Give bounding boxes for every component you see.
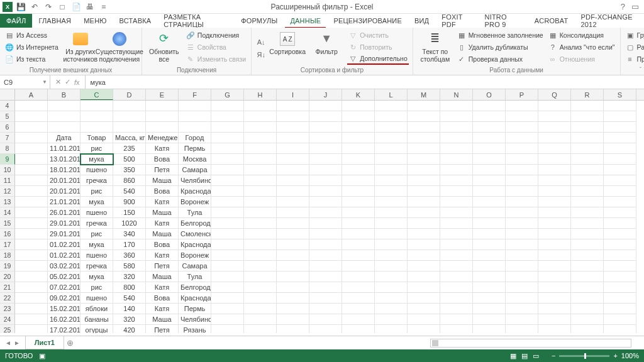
sheet-nav-prev[interactable]: ◄	[5, 339, 11, 346]
cell[interactable]	[571, 261, 604, 272]
cell[interactable]	[277, 165, 309, 175]
cell[interactable]	[15, 165, 48, 175]
cell[interactable]	[309, 250, 342, 261]
cell[interactable]	[604, 165, 636, 175]
cell[interactable]	[48, 122, 80, 133]
cell[interactable]	[244, 314, 277, 325]
cell[interactable]	[277, 229, 309, 239]
cell[interactable]	[211, 175, 244, 186]
cell[interactable]	[309, 325, 342, 333]
cell[interactable]	[309, 122, 342, 133]
cell[interactable]	[244, 186, 277, 197]
cell[interactable]: 07.02.2015	[48, 282, 80, 293]
cell[interactable]	[15, 314, 48, 325]
cell[interactable]	[146, 122, 179, 133]
cell[interactable]	[473, 239, 506, 250]
cell[interactable]: 900	[113, 197, 146, 207]
cell[interactable]	[244, 207, 277, 218]
cell[interactable]: мука	[80, 197, 113, 207]
cell[interactable]	[375, 175, 408, 186]
cell[interactable]	[375, 197, 408, 207]
cell[interactable]	[342, 239, 375, 250]
cell[interactable]	[15, 122, 48, 133]
cell[interactable]	[440, 133, 473, 143]
cell[interactable]	[473, 165, 506, 175]
cell[interactable]	[211, 122, 244, 133]
cell[interactable]	[571, 314, 604, 325]
cell[interactable]	[538, 325, 571, 333]
tab-review[interactable]: РЕЦЕНЗИРОВАНИЕ	[327, 14, 408, 28]
cell[interactable]	[408, 154, 440, 165]
cell[interactable]: Маша	[146, 314, 179, 325]
cell[interactable]	[571, 293, 604, 304]
cell[interactable]	[408, 122, 440, 133]
cell[interactable]	[309, 154, 342, 165]
cell[interactable]: бананы	[80, 314, 113, 325]
cell[interactable]	[440, 143, 473, 154]
enter-icon[interactable]: ✓	[65, 78, 70, 86]
cell[interactable]	[506, 304, 538, 314]
cell[interactable]	[604, 261, 636, 272]
cell[interactable]	[408, 197, 440, 207]
cell[interactable]	[473, 250, 506, 261]
cell[interactable]	[309, 207, 342, 218]
cell[interactable]	[604, 325, 636, 333]
row-header[interactable]: 17	[0, 239, 15, 250]
cell[interactable]	[506, 133, 538, 143]
page-layout-view-icon[interactable]: ▤	[521, 352, 528, 360]
tab-menu[interactable]: Меню	[77, 14, 113, 28]
cell[interactable]	[506, 272, 538, 282]
cell[interactable]: Маша	[146, 207, 179, 218]
cell[interactable]	[473, 186, 506, 197]
cell[interactable]: пшено	[80, 293, 113, 304]
cell[interactable]	[440, 250, 473, 261]
cell[interactable]	[15, 218, 48, 229]
cell[interactable]	[571, 325, 604, 333]
cell[interactable]	[408, 239, 440, 250]
cell[interactable]	[375, 282, 408, 293]
row-header[interactable]: 12	[0, 186, 15, 197]
cell[interactable]: Катя	[146, 143, 179, 154]
cell[interactable]: Петя	[146, 325, 179, 333]
cell[interactable]	[440, 229, 473, 239]
cell[interactable]	[604, 272, 636, 282]
cell[interactable]	[538, 154, 571, 165]
cell[interactable]	[211, 293, 244, 304]
cell[interactable]: Краснодар	[179, 293, 211, 304]
cell[interactable]	[538, 122, 571, 133]
cell[interactable]: 15.02.2015	[48, 304, 80, 314]
cell[interactable]	[440, 165, 473, 175]
cell[interactable]: 340	[113, 229, 146, 239]
cell[interactable]	[309, 282, 342, 293]
cell[interactable]	[375, 250, 408, 261]
cell[interactable]	[309, 314, 342, 325]
column-header-J[interactable]: J	[309, 89, 342, 100]
cell[interactable]	[277, 250, 309, 261]
cell[interactable]	[408, 272, 440, 282]
cell[interactable]	[342, 293, 375, 304]
cell[interactable]: огурцы	[80, 325, 113, 333]
cell[interactable]: Пермь	[179, 304, 211, 314]
cell[interactable]	[506, 293, 538, 304]
cell[interactable]	[342, 143, 375, 154]
cell[interactable]	[277, 133, 309, 143]
cell[interactable]	[571, 175, 604, 186]
collapse-ribbon-icon[interactable]: ˇ	[640, 67, 641, 74]
sheet-nav-next[interactable]: ►	[14, 339, 20, 346]
cell[interactable]: Маша	[146, 229, 179, 239]
cell[interactable]	[309, 229, 342, 239]
cell[interactable]	[277, 314, 309, 325]
cell[interactable]	[309, 261, 342, 272]
cell[interactable]	[604, 304, 636, 314]
cell[interactable]	[309, 272, 342, 282]
cell[interactable]	[506, 250, 538, 261]
cell[interactable]: 09.02.2015	[48, 293, 80, 304]
cell[interactable]: Вова	[146, 154, 179, 165]
cell[interactable]	[15, 101, 48, 111]
cell[interactable]: Масса, кг	[113, 133, 146, 143]
cell[interactable]: Пермь	[179, 143, 211, 154]
cell[interactable]	[408, 250, 440, 261]
cell[interactable]	[211, 261, 244, 272]
cell[interactable]	[473, 325, 506, 333]
refresh-all-button[interactable]: ⟳Обновить все	[146, 30, 182, 67]
